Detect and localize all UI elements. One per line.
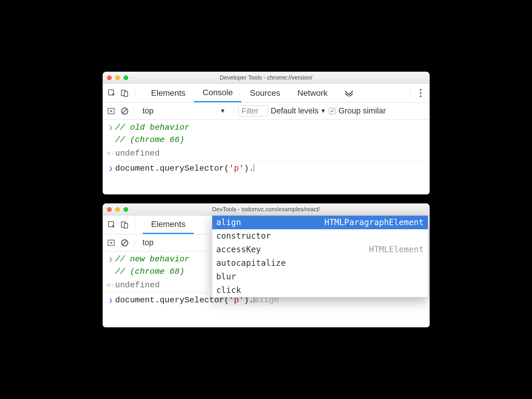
close-icon[interactable] bbox=[107, 207, 112, 212]
clear-console-icon[interactable] bbox=[119, 238, 130, 248]
window-title: Developer Tools - chrome://version/ bbox=[103, 74, 429, 81]
window-title: DevTools - todomvc.com/examples/react/ bbox=[103, 206, 429, 213]
svg-point-4 bbox=[420, 92, 421, 94]
prompt-chevron-icon: ❯ bbox=[106, 294, 115, 306]
svg-line-14 bbox=[122, 240, 127, 245]
maximize-icon[interactable] bbox=[123, 207, 128, 212]
device-toggle-icon[interactable] bbox=[118, 218, 131, 231]
context-label: top bbox=[143, 238, 154, 247]
prompt-chevron-icon: ❯ bbox=[106, 162, 115, 174]
autocomplete-item[interactable]: alignHTMLParagraphElement bbox=[212, 216, 428, 229]
tab-elements[interactable]: Elements bbox=[143, 215, 194, 234]
autocomplete-item[interactable]: accessKeyHTMLElement bbox=[212, 243, 428, 256]
divider bbox=[134, 107, 134, 116]
close-icon[interactable] bbox=[107, 75, 112, 80]
input-chevron-icon: ❯ bbox=[106, 253, 115, 265]
svg-point-5 bbox=[420, 95, 421, 97]
context-selector[interactable]: top bbox=[139, 238, 183, 247]
text-cursor bbox=[254, 164, 254, 172]
sidebar-toggle-icon[interactable] bbox=[106, 238, 116, 248]
tab-elements[interactable]: Elements bbox=[143, 84, 194, 102]
svg-line-8 bbox=[122, 108, 127, 113]
autocomplete-item-label: accessKey bbox=[216, 243, 261, 256]
kebab-menu-icon[interactable] bbox=[414, 87, 427, 100]
device-toggle-icon[interactable] bbox=[118, 87, 131, 100]
divider bbox=[103, 161, 429, 161]
tab-sources[interactable]: Sources bbox=[241, 84, 289, 102]
titlebar[interactable]: Developer Tools - chrome://version/ bbox=[103, 72, 429, 84]
autocomplete-item[interactable]: click bbox=[212, 283, 428, 297]
inspect-icon[interactable] bbox=[105, 218, 118, 231]
autocomplete-item-label: align bbox=[216, 216, 241, 229]
tab-console[interactable]: Console bbox=[194, 84, 241, 102]
svg-rect-2 bbox=[124, 92, 127, 96]
divider bbox=[135, 88, 135, 99]
group-similar-checkbox[interactable] bbox=[329, 108, 335, 114]
context-selector[interactable]: top ▼ bbox=[139, 106, 230, 116]
devtools-tabs: Elements Console Sources Network bbox=[103, 84, 429, 103]
console-line: // old behavior // (chrome 66) bbox=[115, 121, 190, 146]
input-chevron-icon: ❯ bbox=[106, 121, 115, 133]
clear-console-icon[interactable] bbox=[119, 106, 130, 116]
minimize-icon[interactable] bbox=[115, 75, 120, 80]
maximize-icon[interactable] bbox=[123, 75, 128, 80]
dropdown-icon: ▼ bbox=[320, 108, 326, 114]
autocomplete-item[interactable]: blur bbox=[212, 270, 428, 283]
autocomplete-item-label: autocapitalize bbox=[216, 257, 286, 269]
autocomplete-item-hint: HTMLElement bbox=[369, 243, 424, 256]
console-output[interactable]: ❯ // old behavior // (chrome 66) <· unde… bbox=[103, 120, 429, 194]
console-input[interactable]: document.querySelector('p'). bbox=[115, 162, 254, 175]
log-levels-selector[interactable]: Default levels ▼ bbox=[271, 106, 326, 116]
divider bbox=[134, 238, 134, 247]
autocomplete-item-hint: HTMLParagraphElement bbox=[324, 216, 424, 229]
divider bbox=[234, 107, 234, 116]
autocomplete-item[interactable]: constructor bbox=[212, 229, 428, 243]
divider bbox=[135, 219, 135, 230]
return-chevron-icon: <· bbox=[106, 147, 115, 159]
context-label: top bbox=[143, 106, 154, 116]
divider bbox=[410, 88, 411, 99]
tab-network[interactable]: Network bbox=[289, 84, 336, 102]
autocomplete-item-label: click bbox=[216, 284, 241, 296]
dropdown-icon: ▼ bbox=[220, 108, 226, 114]
console-result: undefined bbox=[115, 147, 160, 160]
console-toolbar: top ▼ Filter Default levels ▼ Group simi… bbox=[103, 103, 429, 120]
titlebar[interactable]: DevTools - todomvc.com/examples/react/ bbox=[103, 204, 429, 215]
filter-input[interactable]: Filter bbox=[238, 105, 268, 116]
levels-label: Default levels bbox=[271, 106, 319, 116]
devtools-window-2: DevTools - todomvc.com/examples/react/ E… bbox=[103, 203, 430, 327]
return-chevron-icon: <· bbox=[106, 279, 115, 291]
inspect-icon[interactable] bbox=[105, 87, 118, 100]
autocomplete-item-label: blur bbox=[216, 271, 236, 283]
tabs-overflow-icon[interactable] bbox=[336, 84, 362, 102]
svg-rect-11 bbox=[124, 223, 127, 228]
autocomplete-popup[interactable]: alignHTMLParagraphElementconstructoracce… bbox=[212, 215, 428, 297]
console-line: // new behavior // (chrome 68) bbox=[115, 253, 190, 278]
devtools-window-1: Developer Tools - chrome://version/ Elem… bbox=[103, 72, 430, 194]
autocomplete-item-label: constructor bbox=[216, 230, 271, 242]
group-similar-label: Group similar bbox=[338, 106, 386, 116]
console-result: undefined bbox=[115, 279, 160, 291]
autocomplete-item[interactable]: autocapitalize bbox=[212, 256, 428, 270]
sidebar-toggle-icon[interactable] bbox=[106, 106, 116, 116]
svg-point-3 bbox=[420, 89, 421, 91]
minimize-icon[interactable] bbox=[115, 207, 120, 212]
